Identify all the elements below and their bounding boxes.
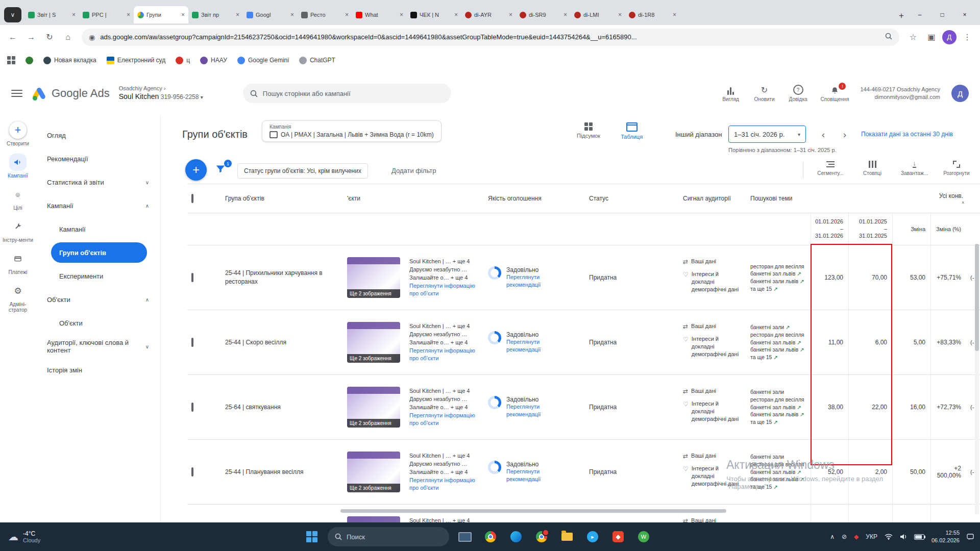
forward-button[interactable]: → (23, 30, 39, 45)
download-button[interactable]: ↓ Завантаж... (901, 160, 928, 176)
browser-profile-avatar[interactable]: Д (942, 30, 957, 44)
filter-button[interactable]: 1 (215, 163, 228, 177)
ads-search-input[interactable]: Пошук сторінки або кампанії (243, 84, 451, 103)
side-panel-icon[interactable]: ▣ (924, 30, 939, 45)
do-not-disturb-icon[interactable]: ⊘ (842, 533, 847, 540)
rail-item-goals[interactable]: ◎ Цілі (2, 186, 34, 211)
sidebar-item[interactable]: Кампанії (36, 217, 160, 241)
horizontal-scrollbar[interactable] (340, 509, 726, 513)
tab-close-icon[interactable]: × (127, 11, 130, 18)
app-icon-green[interactable]: W (634, 527, 653, 546)
quality-link[interactable]: Переглянути рекомендації (506, 468, 553, 484)
sidebar-item[interactable]: Експерименти (36, 264, 160, 288)
rail-item-tools[interactable]: Інстру-менти (2, 218, 34, 243)
help-button[interactable]: ? Довідка (787, 85, 810, 102)
bookmark-item[interactable]: НААУ (200, 57, 227, 64)
chrome-icon[interactable] (481, 527, 500, 546)
date-range-dropdown[interactable]: 1–31 січ. 2026 р. ▾ (728, 126, 806, 143)
browser-tab[interactable]: di-LMI× (571, 6, 625, 23)
sidebar-item[interactable]: Об'єкти (36, 311, 160, 335)
browser-tab[interactable]: Ресто× (298, 6, 352, 23)
refresh-button[interactable]: ↻ Оновити (753, 85, 776, 102)
browser-tab[interactable]: Googl× (243, 6, 298, 23)
col-audience[interactable]: Сигнал аудиторії (679, 195, 746, 202)
back-button[interactable]: ← (5, 30, 20, 45)
bookmark-star-icon[interactable]: ☆ (905, 30, 921, 45)
home-button[interactable]: ⌂ (60, 30, 76, 45)
chrome-notification-icon[interactable] (532, 527, 551, 546)
quality-link[interactable]: Переглянути рекомендації (506, 403, 553, 419)
sidebar-item[interactable]: Об'єкти∧ (36, 288, 160, 311)
tray-red-app-icon[interactable]: ◆ (854, 533, 859, 540)
row-checkbox[interactable] (191, 338, 193, 347)
view-assets-link[interactable]: Переглянути інформацію про об'єкти (409, 347, 480, 363)
col-group[interactable]: Група об'єктів (221, 195, 343, 202)
view-assets-link[interactable]: Переглянути інформацію про об'єкти (409, 282, 480, 298)
asset-group-name[interactable]: 25-44 | Прихильники харчування в рестора… (221, 269, 343, 286)
sidebar-item[interactable]: Статистика й звіти∨ (36, 170, 160, 194)
expand-button[interactable]: Розгорнути (943, 160, 970, 176)
view-summary-toggle[interactable]: Підсумок (577, 122, 600, 140)
sidebar-item[interactable]: Рекомендації (36, 147, 160, 170)
view-table-toggle[interactable]: Таблиця (621, 122, 643, 140)
rail-item-create[interactable]: + Створити (2, 121, 34, 146)
browser-tab[interactable]: di-SR9× (516, 6, 571, 23)
segment-button[interactable]: Сегменту... (817, 160, 844, 176)
sidebar-item[interactable]: Кампанії∧ (36, 194, 160, 217)
vertical-scrollbar[interactable] (975, 244, 979, 514)
file-explorer-icon[interactable] (557, 527, 577, 546)
columns-button[interactable]: Стовпці (859, 160, 886, 176)
col-change[interactable]: Зміна (892, 213, 930, 245)
tab-close-icon[interactable]: × (400, 11, 403, 18)
notifications-button[interactable]: ! Сповіщення (821, 85, 849, 102)
reload-button[interactable]: ↻ (42, 30, 57, 45)
col-assets[interactable]: 'єкти (343, 195, 405, 202)
start-button[interactable] (302, 527, 322, 546)
tray-chevron-up-icon[interactable]: ∧ (830, 533, 835, 540)
select-all-checkbox[interactable] (191, 194, 193, 203)
tab-search-button[interactable]: ∨ (4, 7, 21, 22)
minimize-button[interactable]: – (909, 5, 931, 25)
close-button[interactable]: × (953, 5, 976, 25)
language-indicator[interactable]: УКР (866, 533, 877, 540)
next-range-button[interactable]: › (838, 128, 852, 142)
wifi-icon[interactable] (885, 534, 893, 540)
browser-tab[interactable]: ЧЕК | N× (407, 6, 461, 23)
bookmark-item[interactable] (26, 57, 33, 64)
row-checkbox[interactable] (191, 273, 193, 282)
taskbar-search[interactable]: Поиск (328, 527, 449, 546)
browser-tab[interactable]: Групи× (134, 6, 188, 23)
ads-profile-avatar[interactable]: Д (951, 85, 969, 102)
tab-close-icon[interactable]: × (181, 11, 185, 18)
appearance-button[interactable]: Вигляд (720, 85, 742, 102)
browser-menu-icon[interactable]: ⋮ (960, 30, 975, 45)
asset-thumbnail[interactable]: Ще 2 зображення (343, 322, 405, 363)
new-tab-button[interactable]: + (894, 9, 909, 23)
prev-range-button[interactable]: ‹ (816, 128, 830, 142)
tab-close-icon[interactable]: × (454, 11, 458, 18)
col-themes[interactable]: Пошукові теми (746, 195, 811, 202)
rail-item-billing[interactable]: Платежі (2, 250, 34, 275)
app-tile-orange-icon[interactable]: ◆ (608, 527, 628, 546)
rail-item-campaigns[interactable]: Кампанії (2, 154, 34, 179)
asset-group-name[interactable]: 25-44 | Скоро весілля (221, 338, 343, 347)
menu-hamburger-icon[interactable] (11, 90, 22, 97)
site-settings-icon[interactable]: ◉ (89, 33, 95, 41)
browser-tab[interactable]: Звіт пр× (188, 6, 243, 23)
sidebar-item[interactable]: Аудиторії, ключові слова й контент∨ (36, 335, 160, 358)
asset-thumbnail[interactable]: Ще 2 зображення (343, 516, 405, 522)
row-checkbox[interactable] (191, 403, 193, 412)
rail-item-admin[interactable]: ⚙ Адміні-стратор (2, 282, 34, 313)
tab-close-icon[interactable]: × (236, 11, 239, 18)
sidebar-item[interactable]: Групи об'єктів (51, 242, 147, 263)
asset-thumbnail[interactable]: Ще 2 зображення (343, 257, 405, 298)
tab-close-icon[interactable]: × (345, 11, 349, 18)
asset-thumbnail[interactable]: Ще 2 зображення (343, 387, 405, 428)
view-assets-link[interactable]: Переглянути інформацію про об'єкти (409, 477, 480, 492)
taskbar-clock[interactable]: 12:55 06.02.2026 (932, 529, 960, 544)
address-bar[interactable]: ◉ ads.google.com/aw/assetgroup?campaignI… (82, 29, 899, 46)
browser-tab[interactable]: PPC | × (79, 6, 134, 23)
bookmark-item[interactable]: ChatGPT (299, 57, 335, 64)
campaign-chip[interactable]: Кампанія OA | PMAX | Загальна | Львів + … (262, 120, 442, 142)
tab-close-icon[interactable]: × (673, 11, 676, 18)
